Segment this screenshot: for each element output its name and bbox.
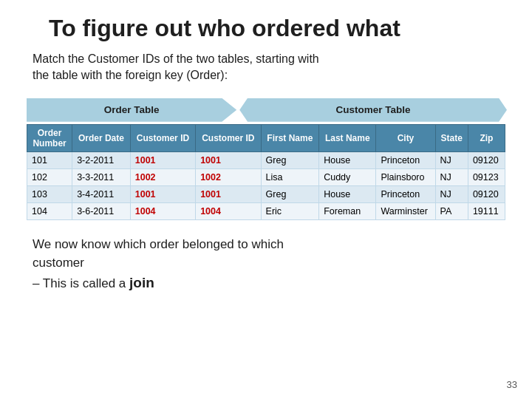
cell-state: NJ bbox=[435, 185, 468, 202]
cell-order-date: 3-6-2011 bbox=[72, 202, 131, 219]
cell-cid2: 1001 bbox=[196, 151, 261, 168]
cell-order-number: 103 bbox=[27, 185, 72, 202]
table-header-row: OrderNumber Order Date Customer ID Custo… bbox=[27, 124, 505, 151]
page-number: 33 bbox=[507, 379, 517, 390]
cell-order-number: 104 bbox=[27, 202, 72, 219]
col-header-order-number: OrderNumber bbox=[27, 124, 72, 151]
cell-order-date: 3-2-2011 bbox=[72, 151, 131, 168]
subtitle-line2: the table with the foreign key (Order): bbox=[33, 69, 228, 81]
cell-lastname: House bbox=[319, 185, 376, 202]
cell-cid1: 1001 bbox=[130, 185, 195, 202]
bottom-line1: We now know which order belonged to whic… bbox=[33, 237, 284, 251]
cell-order-date: 3-3-2011 bbox=[72, 168, 131, 185]
cell-city: Warminster bbox=[376, 202, 435, 219]
order-table-arrow: Order Table bbox=[27, 98, 236, 122]
cell-zip: 09120 bbox=[468, 151, 505, 168]
customer-table-arrow: Customer Table bbox=[239, 98, 507, 122]
cell-zip: 09123 bbox=[468, 168, 505, 185]
bottom-line2: customer bbox=[33, 256, 84, 270]
col-header-state: State bbox=[435, 124, 468, 151]
cell-order-number: 102 bbox=[27, 168, 72, 185]
cell-lastname: House bbox=[319, 151, 376, 168]
arrows-row: Order Table Customer Table bbox=[27, 98, 507, 123]
col-header-customer-id-customer: Customer ID bbox=[196, 124, 261, 151]
cell-firstname: Lisa bbox=[261, 168, 319, 185]
subtitle-line1: Match the Customer IDs of the two tables… bbox=[33, 52, 319, 65]
cell-zip: 19111 bbox=[468, 202, 505, 219]
cell-lastname: Cuddy bbox=[319, 168, 376, 185]
cell-zip: 09120 bbox=[468, 185, 505, 202]
col-header-city: City bbox=[376, 124, 435, 151]
data-table-container: OrderNumber Order Date Customer ID Custo… bbox=[27, 124, 505, 220]
cell-cid2: 1002 bbox=[196, 168, 261, 185]
table-row: 1033-4-201110011001GregHousePrincetonNJ0… bbox=[27, 185, 505, 202]
data-table: OrderNumber Order Date Customer ID Custo… bbox=[27, 124, 505, 220]
cell-order-number: 101 bbox=[27, 151, 72, 168]
col-header-lastname: Last Name bbox=[319, 124, 376, 151]
cell-city: Princeton bbox=[376, 151, 435, 168]
bottom-text: We now know which order belonged to whic… bbox=[33, 235, 505, 294]
cell-state: NJ bbox=[435, 151, 468, 168]
col-header-order-date: Order Date bbox=[72, 124, 131, 151]
cell-cid1: 1001 bbox=[130, 151, 195, 168]
subtitle: Match the Customer IDs of the two tables… bbox=[33, 51, 505, 84]
cell-cid1: 1002 bbox=[130, 168, 195, 185]
cell-firstname: Greg bbox=[261, 151, 319, 168]
table-row: 1023-3-201110021002LisaCuddyPlainsboroNJ… bbox=[27, 168, 505, 185]
slide: To figure out who ordered what Match the… bbox=[0, 0, 532, 399]
col-header-zip: Zip bbox=[468, 124, 505, 151]
table-row: 1013-2-201110011001GregHousePrincetonNJ0… bbox=[27, 151, 505, 168]
cell-cid2: 1004 bbox=[196, 202, 261, 219]
col-header-firstname: First Name bbox=[261, 124, 319, 151]
table-row: 1043-6-201110041004EricForemanWarminster… bbox=[27, 202, 505, 219]
cell-city: Princeton bbox=[376, 185, 435, 202]
bottom-line3: – This is called a bbox=[33, 276, 129, 290]
cell-lastname: Foreman bbox=[319, 202, 376, 219]
cell-cid2: 1001 bbox=[196, 185, 261, 202]
cell-city: Plainsboro bbox=[376, 168, 435, 185]
cell-firstname: Greg bbox=[261, 185, 319, 202]
cell-order-date: 3-4-2011 bbox=[72, 185, 131, 202]
cell-firstname: Eric bbox=[261, 202, 319, 219]
join-word: join bbox=[129, 275, 154, 290]
col-header-customer-id-order: Customer ID bbox=[130, 124, 195, 151]
cell-cid1: 1004 bbox=[130, 202, 195, 219]
cell-state: NJ bbox=[435, 168, 468, 185]
cell-state: PA bbox=[435, 202, 468, 219]
page-title: To figure out who ordered what bbox=[49, 15, 505, 42]
